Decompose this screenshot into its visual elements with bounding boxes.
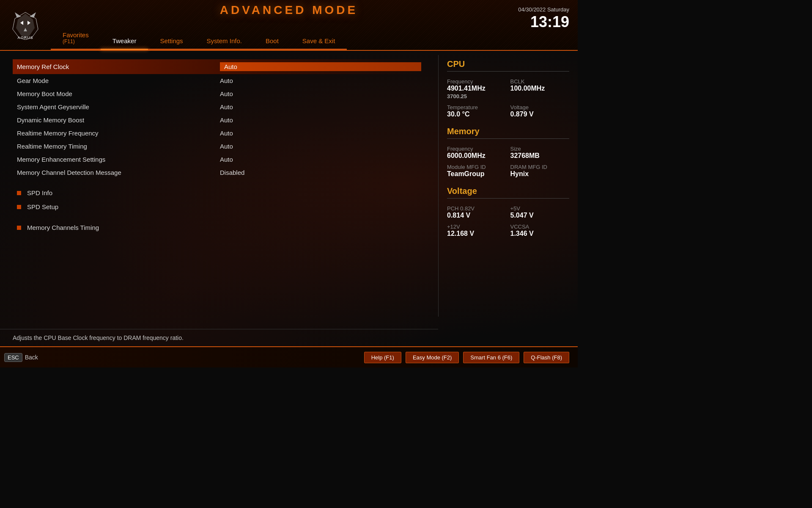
v-5v-label: +5V — [510, 205, 570, 212]
easy-mode-button[interactable]: Easy Mode (F2) — [406, 352, 459, 363]
v-5v-value: 5.047 V — [510, 212, 570, 219]
mem-dram-label: DRAM MFG ID — [510, 164, 570, 170]
mem-size-col: Size 32768MB — [510, 143, 570, 160]
setting-value-gear-mode: Auto — [220, 77, 421, 84]
info-panel: CPU Frequency 4901.41MHz 3700.25 BCLK 10… — [438, 55, 578, 317]
mem-freq-label: Frequency — [447, 146, 506, 152]
mem-dram-col: DRAM MFG ID Hynix — [510, 161, 570, 178]
v-pch-label: PCH 0.82V — [447, 205, 506, 212]
cpu-temp-value: 30.0 °C — [447, 110, 506, 118]
cpu-section: CPU Frequency 4901.41MHz 3700.25 BCLK 10… — [447, 59, 569, 118]
header: AORUS ADVANCED MODE Favorites (F11) Twea… — [0, 0, 578, 51]
tab-favorites[interactable]: Favorites (F11) — [51, 28, 101, 50]
main-content: Memory Ref Clock Auto Gear Mode Auto Mem… — [0, 51, 578, 321]
voltage-grid: PCH 0.82V 0.814 V +5V 5.047 V +12V 12.16… — [447, 203, 569, 237]
smart-fan-button[interactable]: Smart Fan 6 (F6) — [463, 352, 519, 363]
setting-name-channel-detection: Memory Channel Detection Message — [17, 169, 220, 176]
mem-module-label: Module MFG ID — [447, 164, 506, 170]
setting-value-dynamic-memory: Auto — [220, 116, 421, 124]
setting-row-realtime-timing[interactable]: Realtime Memory Timing Auto — [13, 140, 425, 153]
tab-settings[interactable]: Settings — [148, 34, 195, 50]
v-12v-value: 12.168 V — [447, 230, 506, 237]
v-12v-col: +12V 12.168 V — [447, 221, 506, 237]
submenu-label-memory-channels: Memory Channels Timing — [27, 224, 99, 231]
tab-save-exit[interactable]: Save & Exit — [291, 34, 347, 50]
description-text: Adjusts the CPU Base Clock frequency to … — [13, 334, 184, 341]
date-display: 04/30/2022 Saturday — [518, 6, 569, 13]
submenu-spd-info[interactable]: SPD Info — [13, 186, 425, 200]
submenu-spd-setup[interactable]: SPD Setup — [13, 200, 425, 214]
setting-value-memory-ref-clock: Auto — [220, 62, 421, 71]
setting-name-gear-mode: Gear Mode — [17, 77, 220, 84]
setting-row-dynamic-memory[interactable]: Dynamic Memory Boost Auto — [13, 113, 425, 127]
mem-module-value: TeamGroup — [447, 170, 506, 178]
setting-row-system-agent[interactable]: System Agent Geyserville Auto — [13, 100, 425, 113]
setting-row-gear-mode[interactable]: Gear Mode Auto — [13, 74, 425, 87]
setting-row-channel-detection[interactable]: Memory Channel Detection Message Disable… — [13, 166, 425, 179]
setting-value-realtime-freq: Auto — [220, 130, 421, 137]
page-title-area: ADVANCED MODE — [220, 3, 358, 17]
cpu-bclk-label: BCLK — [510, 78, 570, 85]
qflash-button[interactable]: Q-Flash (F8) — [524, 352, 569, 363]
memory-section: Memory Frequency 6000.00MHz Size 32768MB… — [447, 127, 569, 178]
cpu-bclk-value: 100.00MHz — [510, 85, 570, 92]
tab-tweaker-label: Tweaker — [112, 37, 137, 44]
tab-boot-label: Boot — [266, 37, 279, 44]
v-5v-col: +5V 5.047 V — [510, 203, 570, 219]
setting-value-memory-enhancement: Auto — [220, 156, 421, 163]
submenu-memory-channels-timing[interactable]: Memory Channels Timing — [13, 221, 425, 235]
mem-dram-value: Hynix — [510, 170, 570, 178]
cpu-voltage-label: Voltage — [510, 104, 570, 110]
cpu-title: CPU — [447, 59, 569, 72]
tab-sysinfo-label: System Info. — [207, 37, 242, 44]
mem-size-label: Size — [510, 146, 570, 152]
setting-name-memory-ref-clock: Memory Ref Clock — [17, 63, 220, 70]
tab-tweaker[interactable]: Tweaker — [101, 34, 148, 50]
cpu-freq-col: Frequency 4901.41MHz 3700.25 — [447, 76, 506, 100]
setting-row-memory-enhancement[interactable]: Memory Enhancement Settings Auto — [13, 153, 425, 166]
page-title: ADVANCED MODE — [220, 3, 358, 17]
description-bar: Adjusts the CPU Base Clock frequency to … — [0, 329, 438, 346]
memory-grid: Frequency 6000.00MHz Size 32768MB Module… — [447, 143, 569, 178]
time-display: 13:19 — [518, 14, 569, 30]
submenu-label-spd-setup: SPD Setup — [27, 203, 58, 210]
setting-name-realtime-freq: Realtime Memory Frequency — [17, 130, 220, 137]
setting-row-memory-ref-clock[interactable]: Memory Ref Clock Auto — [13, 59, 425, 74]
cpu-freq-label: Frequency — [447, 78, 506, 85]
submenu-bullet-spd-info — [17, 191, 21, 195]
setting-row-memory-boot-mode[interactable]: Memory Boot Mode Auto — [13, 87, 425, 100]
help-button[interactable]: Help (F1) — [364, 352, 401, 363]
mem-size-value: 32768MB — [510, 152, 570, 160]
svg-marker-5 — [15, 12, 21, 18]
cpu-grid: Frequency 4901.41MHz 3700.25 BCLK 100.00… — [447, 76, 569, 118]
tab-favorites-label: Favorites — [63, 31, 89, 39]
esc-key: ESC — [4, 353, 22, 362]
setting-name-memory-enhancement: Memory Enhancement Settings — [17, 156, 220, 163]
nav-tabs: Favorites (F11) Tweaker Settings System … — [51, 28, 459, 50]
submenu-label-spd-info: SPD Info — [27, 189, 52, 196]
mem-freq-value: 6000.00MHz — [447, 152, 506, 160]
setting-value-system-agent: Auto — [220, 103, 421, 110]
setting-name-realtime-timing: Realtime Memory Timing — [17, 143, 220, 150]
tab-boot[interactable]: Boot — [254, 34, 291, 50]
setting-value-channel-detection: Disabled — [220, 169, 421, 176]
setting-value-memory-boot-mode: Auto — [220, 90, 421, 97]
cpu-freq-value: 4901.41MHz 3700.25 — [447, 85, 506, 100]
tab-settings-label: Settings — [160, 37, 183, 44]
setting-row-realtime-freq[interactable]: Realtime Memory Frequency Auto — [13, 127, 425, 140]
v-vccsa-label: VCCSA — [510, 224, 570, 230]
setting-name-system-agent: System Agent Geyserville — [17, 103, 220, 110]
logo-area: AORUS — [0, 10, 51, 40]
voltage-title: Voltage — [447, 186, 569, 199]
tab-sysinfo[interactable]: System Info. — [195, 34, 254, 50]
setting-name-dynamic-memory: Dynamic Memory Boost — [17, 116, 220, 124]
esc-back-area[interactable]: ESC Back — [4, 353, 38, 362]
v-pch-value: 0.814 V — [447, 212, 506, 219]
setting-name-memory-boot-mode: Memory Boot Mode — [17, 90, 220, 97]
v-pch-col: PCH 0.82V 0.814 V — [447, 203, 506, 219]
mem-freq-col: Frequency 6000.00MHz — [447, 143, 506, 160]
settings-panel: Memory Ref Clock Auto Gear Mode Auto Mem… — [0, 55, 438, 317]
memory-title: Memory — [447, 127, 569, 139]
datetime-area: 04/30/2022 Saturday 13:19 — [518, 6, 569, 30]
v-12v-label: +12V — [447, 224, 506, 230]
